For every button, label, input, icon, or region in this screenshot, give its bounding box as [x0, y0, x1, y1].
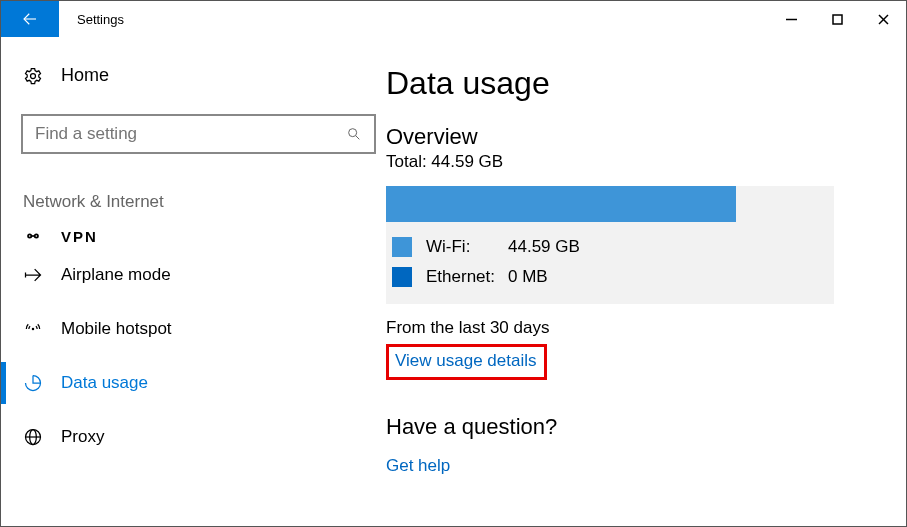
- content: Data usage Overview Total: 44.59 GB Wi-F…: [386, 37, 906, 526]
- get-help-link[interactable]: Get help: [386, 456, 450, 476]
- datausage-icon: [23, 373, 43, 393]
- svg-rect-2: [833, 15, 842, 24]
- sidebar-item-vpn[interactable]: VPN: [21, 224, 366, 248]
- svg-point-10: [35, 234, 38, 237]
- sidebar-item-hotspot[interactable]: Mobile hotspot: [21, 302, 366, 356]
- sidebar-item-label: Airplane mode: [61, 265, 171, 285]
- svg-point-6: [349, 129, 357, 137]
- sidebar-item-airplane[interactable]: Airplane mode: [21, 248, 366, 302]
- minimize-button[interactable]: [768, 1, 814, 37]
- sidebar-item-label: Data usage: [61, 373, 148, 393]
- overview-title: Overview: [386, 124, 876, 150]
- usage-chart: Wi-Fi: 44.59 GB Ethernet: 0 MB: [386, 186, 834, 304]
- close-button[interactable]: [860, 1, 906, 37]
- legend-ethernet: Ethernet: 0 MB: [386, 262, 834, 292]
- arrow-left-icon: [21, 10, 39, 28]
- legend-wifi-value: 44.59 GB: [508, 237, 580, 257]
- titlebar: Settings: [1, 1, 906, 37]
- legend-wifi-label: Wi-Fi:: [426, 237, 508, 257]
- highlight-annotation: View usage details: [386, 344, 547, 380]
- hotspot-icon: [23, 319, 43, 339]
- svg-line-7: [356, 136, 360, 140]
- usage-bar-wifi-segment: [386, 186, 736, 222]
- question-title: Have a question?: [386, 414, 876, 440]
- vpn-icon: [23, 226, 43, 246]
- swatch-wifi: [392, 237, 412, 257]
- legend-wifi: Wi-Fi: 44.59 GB: [386, 232, 834, 262]
- close-icon: [878, 14, 889, 25]
- window-title: Settings: [59, 1, 768, 37]
- svg-point-8: [28, 234, 31, 237]
- sidebar-item-label: Proxy: [61, 427, 104, 447]
- view-usage-details-link[interactable]: View usage details: [395, 351, 536, 371]
- airplane-icon: [23, 265, 43, 285]
- maximize-button[interactable]: [814, 1, 860, 37]
- gear-icon: [23, 66, 43, 86]
- sidebar-item-datausage[interactable]: Data usage: [21, 356, 366, 410]
- svg-point-5: [31, 73, 36, 78]
- window-controls: [768, 1, 906, 37]
- sidebar-item-label: VPN: [61, 228, 98, 245]
- search-box[interactable]: [21, 114, 376, 154]
- legend-ethernet-value: 0 MB: [508, 267, 548, 287]
- search-input[interactable]: [35, 124, 346, 144]
- sidebar-home[interactable]: Home: [21, 65, 366, 86]
- sidebar-category: Network & Internet: [21, 192, 366, 212]
- sidebar-home-label: Home: [61, 65, 109, 86]
- sidebar: Home Network & Internet VPN Airplane mod…: [1, 37, 386, 526]
- sidebar-item-proxy[interactable]: Proxy: [21, 410, 366, 464]
- page-title: Data usage: [386, 65, 876, 102]
- maximize-icon: [832, 14, 843, 25]
- search-icon: [346, 126, 362, 142]
- usage-bar: [386, 186, 834, 222]
- minimize-icon: [786, 14, 797, 25]
- period-label: From the last 30 days: [386, 318, 876, 338]
- total-label: Total: 44.59 GB: [386, 152, 876, 172]
- legend-ethernet-label: Ethernet:: [426, 267, 508, 287]
- svg-point-11: [32, 328, 35, 331]
- swatch-ethernet: [392, 267, 412, 287]
- back-button[interactable]: [1, 1, 59, 37]
- globe-icon: [23, 427, 43, 447]
- sidebar-item-label: Mobile hotspot: [61, 319, 172, 339]
